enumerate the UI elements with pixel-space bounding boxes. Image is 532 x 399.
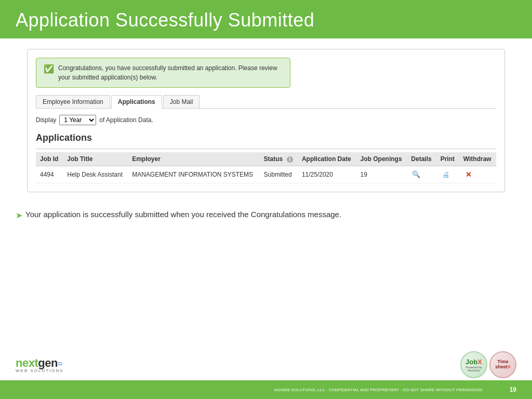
header-bar: Application Successfully Submitted: [0, 0, 532, 38]
tab-applications[interactable]: Applications: [111, 95, 162, 109]
col-status: Status i: [260, 152, 298, 166]
cell-print-icon[interactable]: 🖨: [436, 166, 459, 183]
timesheetx-logo: TimesheetX: [489, 351, 516, 378]
display-select[interactable]: 1 Year 2 Years All: [59, 115, 96, 125]
col-withdraw: Withdraw: [459, 152, 496, 166]
cell-status: Submitted: [260, 166, 298, 183]
cell-job-id: 4494: [36, 166, 63, 183]
bullet-item: ➤ Your application is successfully submi…: [16, 209, 516, 222]
page-title: Application Successfully Submitted: [16, 9, 516, 31]
col-job-openings: Job Openings: [356, 152, 407, 166]
withdraw-icon[interactable]: ✕: [463, 169, 474, 180]
footer-legal-text: NGWEB SOLUTIONS, LLC - CONFIDENTIAL AND …: [257, 388, 499, 392]
table-divider: [36, 149, 496, 149]
print-icon[interactable]: 🖨: [441, 169, 451, 180]
table-header-row: Job Id Job Title Employer Status i Appli…: [36, 152, 496, 166]
applications-table: Job Id Job Title Employer Status i Appli…: [36, 152, 496, 183]
col-job-id: Job Id: [36, 152, 63, 166]
display-row: Display 1 Year 2 Years All of Applicatio…: [36, 115, 496, 125]
bullet-text: Your application is successfully submitt…: [25, 209, 341, 221]
col-print: Print: [436, 152, 459, 166]
status-info-icon: i: [287, 156, 293, 163]
cell-withdraw-icon[interactable]: ✕: [459, 166, 496, 183]
right-logos: JobX Powered by NextGen TimesheetX: [460, 351, 516, 378]
jobx-logo: JobX Powered by NextGen: [460, 351, 487, 378]
cell-job-title: Help Desk Assistant: [63, 166, 128, 183]
timesheetx-label: TimesheetX: [495, 360, 511, 370]
cell-details-icon[interactable]: 🔍: [407, 166, 436, 183]
table-row: 4494 Help Desk Assistant MANAGEMENT INFO…: [36, 166, 496, 183]
tab-employee-information[interactable]: Employee Information: [36, 95, 110, 108]
nextgen-sub-text: WEB SOLUTIONS: [16, 368, 64, 373]
col-application-date: Application Date: [298, 152, 356, 166]
footer-bar: NGWEB SOLUTIONS, LLC - CONFIDENTIAL AND …: [0, 380, 532, 399]
bullet-section: ➤ Your application is successfully submi…: [0, 197, 532, 227]
cell-employer: MANAGEMENT INFORMATION SYSTEMS: [128, 166, 259, 183]
col-job-title: Job Title: [63, 152, 128, 166]
check-icon: ✅: [44, 64, 54, 74]
tab-bar: Employee Information Applications Job Ma…: [36, 95, 496, 109]
footer-logos: nextgen≈ WEB SOLUTIONS JobX Powered by N…: [0, 351, 532, 378]
display-label: Display: [36, 116, 56, 124]
main-content: ✅ Congratulations, you have successfully…: [0, 38, 532, 197]
applications-heading: Applications: [36, 132, 496, 143]
jobx-sub: Powered by NextGen: [461, 366, 486, 372]
success-alert: ✅ Congratulations, you have successfully…: [36, 58, 290, 88]
col-employer: Employer: [128, 152, 259, 166]
alert-text: Congratulations, you have successfully s…: [58, 63, 277, 82]
display-suffix: of Application Data.: [99, 116, 153, 124]
jobx-label: JobX: [466, 358, 482, 366]
screenshot-card: ✅ Congratulations, you have successfully…: [27, 49, 505, 192]
tab-job-mail[interactable]: Job Mail: [163, 95, 200, 108]
details-search-icon[interactable]: 🔍: [411, 169, 421, 180]
page-number: 19: [510, 386, 516, 393]
col-details: Details: [407, 152, 436, 166]
bullet-arrow-icon: ➤: [16, 209, 22, 222]
cell-job-openings: 19: [356, 166, 407, 183]
cell-application-date: 11/25/2020: [298, 166, 356, 183]
nextgen-logo: nextgen≈ WEB SOLUTIONS: [16, 356, 64, 373]
